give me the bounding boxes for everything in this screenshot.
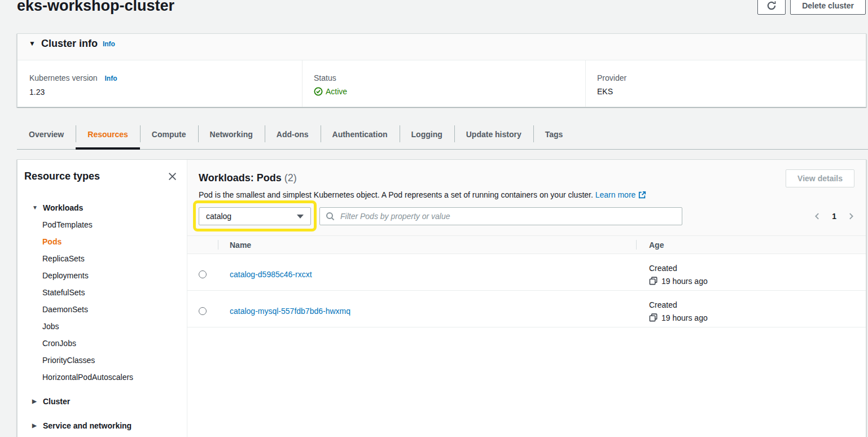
tree-item-priorityclasses[interactable]: PriorityClasses: [17, 352, 187, 369]
external-link-icon: [638, 191, 646, 199]
pagination: 1: [812, 207, 856, 225]
pods-panel-header: Workloads: Pods (2) View details Pod is …: [187, 160, 866, 235]
row-radio-button[interactable]: [199, 307, 207, 315]
refresh-icon: [766, 1, 777, 11]
kubernetes-version-field: Kubernetes version Info 1.23: [17, 60, 302, 107]
row-radio-button[interactable]: [199, 270, 207, 278]
status-field: Status Active: [302, 60, 585, 107]
selection-column-header: [187, 236, 218, 254]
caret-right-icon: ▶: [32, 423, 38, 429]
provider-label: Provider: [597, 72, 866, 84]
chevron-left-icon: [813, 212, 821, 220]
age-created-label: Created: [649, 300, 866, 311]
check-circle-icon: [314, 87, 323, 96]
kubernetes-version-value: 1.23: [29, 86, 302, 98]
kubernetes-version-label: Kubernetes version Info: [29, 72, 302, 84]
view-details-button[interactable]: View details: [786, 169, 854, 187]
cluster-info-title: Cluster info: [41, 37, 98, 50]
pods-count: (2): [284, 172, 297, 183]
chevron-right-icon: [847, 212, 855, 220]
pods-panel: Workloads: Pods (2) View details Pod is …: [187, 160, 866, 437]
learn-more-link[interactable]: Learn more: [595, 190, 636, 199]
pods-description: Pod is the smallest and simplest Kuberne…: [199, 189, 854, 200]
provider-field: Provider EKS: [585, 60, 866, 107]
select-caret-icon: [297, 215, 304, 218]
status-value: Active: [326, 85, 347, 98]
delete-cluster-button[interactable]: Delete cluster: [790, 0, 866, 15]
pod-name-link[interactable]: catalog-d5985c46-rxcxt: [230, 270, 312, 279]
filter-property-select-value: catalog: [206, 212, 231, 221]
current-page-number[interactable]: 1: [832, 212, 836, 221]
tree-item-deployments[interactable]: Deployments: [17, 267, 187, 284]
age-value: 19 hours ago: [661, 313, 708, 322]
tree-item-horizontalpodautoscalers[interactable]: HorizontalPodAutoscalers: [17, 369, 187, 386]
pods-panel-title: Workloads: Pods (2): [199, 171, 854, 185]
previous-page-button[interactable]: [812, 211, 822, 221]
close-button[interactable]: [166, 171, 178, 182]
resource-types-sidebar: Resource types ▼ Workloads PodTemplates …: [17, 160, 187, 437]
next-page-button[interactable]: [846, 211, 856, 221]
tab-authentication[interactable]: Authentication: [321, 122, 400, 149]
tab-add-ons[interactable]: Add-ons: [265, 122, 321, 149]
table-row: catalog-mysql-557fdb7bd6-hwxmq Created 1…: [187, 291, 866, 327]
status-label: Status: [314, 72, 585, 84]
tree-section-workloads[interactable]: ▼ Workloads: [17, 199, 187, 216]
cluster-info-info-link[interactable]: Info: [103, 37, 115, 51]
tab-logging[interactable]: Logging: [400, 122, 454, 149]
tree-item-replicasets[interactable]: ReplicaSets: [17, 250, 187, 267]
tab-overview[interactable]: Overview: [17, 122, 76, 149]
age-created-label: Created: [649, 263, 866, 274]
age-value: 19 hours ago: [661, 277, 708, 286]
resource-types-title: Resource types: [24, 171, 100, 182]
search-icon: [326, 212, 335, 221]
tree-item-cronjobs[interactable]: CronJobs: [17, 335, 187, 352]
tab-compute[interactable]: Compute: [140, 122, 198, 149]
tree-item-pods[interactable]: Pods: [17, 233, 187, 250]
caret-right-icon: ▶: [32, 399, 38, 404]
tab-update-history[interactable]: Update history: [454, 122, 533, 149]
provider-value: EKS: [597, 85, 866, 98]
tree-item-daemonsets[interactable]: DaemonSets: [17, 301, 187, 318]
age-cell: Created 19 hours ago: [636, 300, 866, 322]
copy-icon[interactable]: [649, 277, 657, 285]
tree-item-jobs[interactable]: Jobs: [17, 318, 187, 335]
cluster-info-card: ▼ Cluster info Info Kubernetes version I…: [17, 33, 866, 107]
copy-icon[interactable]: [649, 313, 657, 322]
name-column-header[interactable]: Name: [218, 236, 636, 254]
collapse-caret-icon[interactable]: ▼: [29, 37, 36, 50]
tree-section-cluster[interactable]: ▶ Cluster: [17, 393, 187, 410]
tree-item-podtemplates[interactable]: PodTemplates: [17, 216, 187, 233]
tab-networking[interactable]: Networking: [198, 122, 265, 149]
table-row: catalog-d5985c46-rxcxt Created 19 hours …: [187, 254, 866, 291]
caret-down-icon: ▼: [32, 205, 38, 211]
tab-resources[interactable]: Resources: [76, 122, 140, 149]
pods-table-header: Name Age: [187, 235, 866, 254]
pod-name-link[interactable]: catalog-mysql-557fdb7bd6-hwxmq: [230, 307, 350, 316]
kubernetes-version-info-link[interactable]: Info: [105, 75, 117, 82]
header-actions: Delete cluster: [757, 0, 866, 15]
cluster-tabs: Overview Resources Compute Networking Ad…: [17, 122, 868, 150]
refresh-button[interactable]: [757, 0, 786, 15]
filter-property-select[interactable]: catalog: [199, 207, 311, 225]
tab-tags[interactable]: Tags: [533, 122, 575, 149]
close-icon: [168, 172, 177, 181]
resource-type-tree: ▼ Workloads PodTemplates Pods ReplicaSet…: [17, 182, 187, 434]
tree-section-service-networking[interactable]: ▶ Service and networking: [17, 417, 187, 434]
tree-item-statefulsets[interactable]: StatefulSets: [17, 284, 187, 301]
filter-row: catalog: [199, 207, 854, 225]
page-title: eks-workshop-cluster: [17, 0, 174, 15]
filter-pods-input[interactable]: [319, 207, 682, 225]
cluster-info-header[interactable]: ▼ Cluster info Info: [17, 34, 866, 60]
resources-panel: Resource types ▼ Workloads PodTemplates …: [17, 159, 866, 437]
age-cell: Created 19 hours ago: [636, 263, 866, 286]
age-column-header[interactable]: Age: [636, 236, 866, 254]
